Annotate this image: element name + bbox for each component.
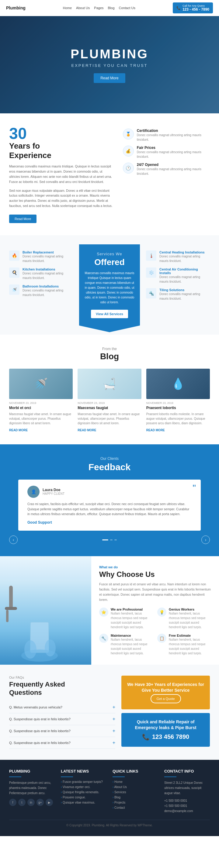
exp-read-more-btn[interactable]: Read More: [9, 215, 36, 223]
faq-plus-3[interactable]: +: [113, 740, 115, 746]
wf-title-0: We are Professional: [111, 608, 153, 611]
faq-plus-2[interactable]: +: [113, 728, 115, 734]
youtube-icon[interactable]: ▶: [46, 799, 53, 806]
footer-link-about[interactable]: About Us: [113, 785, 158, 789]
service-ac: ❄️ Central Air Conditioning Installs Don…: [146, 268, 210, 284]
footer-divider-2: [113, 777, 125, 777]
service-heating: 🌡️ Central Heating Installations Donec c…: [146, 250, 210, 263]
footer-news-1[interactable]: Vivamus egeter orci.: [61, 785, 106, 789]
twitter-icon[interactable]: t: [18, 799, 26, 806]
nav-contact[interactable]: Contact Us: [119, 6, 135, 10]
blog-title: Blog: [9, 352, 210, 361]
why-image: [0, 556, 91, 665]
facebook-icon[interactable]: f: [9, 799, 17, 806]
dot-2[interactable]: [114, 539, 117, 540]
nav-cta-label: Call for Any Query: [183, 4, 209, 7]
cta-phone: 📞 123 456 7890: [126, 733, 205, 741]
dot-0[interactable]: [102, 539, 108, 540]
blog-read-1[interactable]: READ MORE: [78, 429, 96, 432]
feature-title-2: 24/7 Opened: [137, 163, 210, 167]
blog-sub: From the: [9, 347, 210, 351]
footer-col-2: QUICK LINKS Home About Us Services Blog …: [113, 769, 158, 814]
feature-title-1: Fair Prices: [137, 146, 210, 150]
feedback-carousel: " 👤 Laura Doe HAPPY CLIENT Cras mi sapie…: [9, 479, 210, 544]
googleplus-icon[interactable]: g+: [36, 799, 44, 806]
next-arrow[interactable]: ›: [201, 535, 210, 544]
service-title-4: Central Air Conditioning Installs: [159, 268, 210, 275]
footer-link-projects[interactable]: Projects: [113, 801, 158, 804]
blog-img-0: 🚿: [9, 369, 73, 399]
nav-home[interactable]: Home: [63, 6, 72, 10]
cta-gold-card: We Have 30+ Years of Experiences for Giv…: [121, 676, 210, 709]
nav-pages[interactable]: Pages: [94, 6, 103, 10]
dot-1[interactable]: [110, 539, 113, 540]
hero-subtitle: EXPERTISE YOU CAN TRUST: [71, 63, 148, 68]
exp-text1: Maecenas convallis maximus mauris tristi…: [9, 164, 114, 184]
footer-news-0[interactable]: Fusce gravida semper turpis?: [61, 780, 106, 783]
footer-col-0: PLUMBING Pellentesque pretium orci arcu,…: [9, 769, 55, 814]
why-sub: What we do: [99, 565, 211, 569]
footer-address: Street 2 3LL2 Unique Donec ultrices male…: [164, 780, 210, 796]
footer-links-title: QUICK LINKS: [113, 769, 158, 773]
feedback-nav: ‹ ›: [9, 535, 210, 544]
services-left: 🔥 Boiler Replacement Donec convallis mag…: [0, 244, 79, 326]
footer-col-1: LATEST NEWS Fusce gravida semper turpis?…: [61, 769, 106, 814]
feedback-section: Our Clients Feedback " 👤 Laura Doe HAPPY…: [0, 444, 219, 556]
testimonial-text: Cras mi sapien, facilisis quis efficitur…: [27, 501, 192, 517]
water-visual: [0, 556, 91, 665]
footer-copyright: © Copyright 2019. Plumbing. All Rights R…: [9, 820, 210, 827]
linkedin-icon[interactable]: in: [27, 799, 35, 806]
services-sub: Services We: [97, 252, 122, 256]
navbar: Plumbing Home About Us Pages Blog Contac…: [0, 0, 219, 16]
blog-read-2[interactable]: READ MORE: [146, 429, 165, 432]
service-text-0: Donec convallis magnat arting mauris tin…: [23, 254, 73, 263]
footer-link-home[interactable]: Home: [113, 780, 158, 783]
wf-text-2: Nullam hendrerit, lacus rhoncus tempus s…: [111, 637, 153, 656]
svg-rect-2: [5, 607, 17, 610]
footer-link-services[interactable]: Services: [113, 790, 158, 794]
experience-right: 🏅 Certification Donec convallis magnat u…: [123, 126, 210, 223]
blog-section: From the Blog 🚿 NOVEMBER 23, 2019 Morbi …: [0, 335, 219, 444]
cta-gold-title: We Have 30+ Years of Experiences for Giv…: [126, 682, 205, 693]
feedback-sub: Our Clients: [9, 457, 210, 461]
hero-btn[interactable]: Read More: [94, 73, 125, 83]
service-kitchen: 🍳 Kitchen Installations Donec convallis …: [9, 268, 73, 280]
services-desc: Maecenas convallis maximus mauris tristi…: [84, 271, 135, 305]
footer-news-3[interactable]: Posuere congue.: [61, 796, 106, 799]
cta-blue-title: Quick and Reliable Repair of Emergency l…: [126, 719, 205, 731]
blog-card-0: 🚿 NOVEMBER 23, 2019 Morbi et orci Maecen…: [9, 369, 73, 432]
faq-item-2: Q. Suspendisse quis erat in felis lobort…: [9, 725, 115, 737]
nav-about[interactable]: About Us: [76, 6, 90, 10]
experience-section: 30 Years fo Experience Maecenas convalli…: [0, 113, 219, 235]
feedback-title: Feedback: [9, 462, 210, 472]
faq-plus-1[interactable]: +: [113, 716, 115, 722]
service-boiler: 🔥 Boiler Replacement Donec convallis mag…: [9, 250, 73, 263]
service-text-5: Donec convallis magnat arting mauris tin…: [159, 292, 210, 301]
faq-plus-0[interactable]: +: [113, 705, 115, 710]
ac-icon: ❄️: [146, 268, 156, 278]
blog-read-0[interactable]: READ MORE: [9, 429, 28, 432]
svg-point-6: [24, 640, 36, 659]
footer-news-2[interactable]: Quisque fringilla venenatis.: [61, 790, 106, 794]
footer-contact-title: CONTACT INFO: [164, 769, 210, 773]
faq-item-0: Q. Metus venenatis purus vehicula? +: [9, 702, 115, 713]
svg-rect-3: [6, 610, 8, 622]
service-title-5: Tiling Solutions: [159, 288, 210, 292]
why-feature-3: 📋 Free Estimate Nullam hendrerit, lacus …: [157, 634, 211, 656]
blog-post-title-1: Maecenas faugiat: [78, 406, 141, 410]
footer-link-contact[interactable]: Contact: [113, 806, 158, 809]
faq-title: Frequently Asked Questions: [9, 680, 115, 696]
heating-icon: 🌡️: [146, 250, 156, 261]
footer-news-4[interactable]: Quisque vitae maximus.: [61, 801, 106, 804]
footer-news-title: LATEST NEWS: [61, 769, 106, 773]
nav-blog[interactable]: Blog: [108, 6, 115, 10]
nav-cta[interactable]: 📞 Call for Any Query 123 - 456 - 7890: [173, 2, 213, 13]
prev-arrow[interactable]: ‹: [9, 535, 18, 544]
nav-links: Home About Us Pages Blog Contact Us: [63, 6, 135, 10]
footer-link-blog[interactable]: Blog: [113, 796, 158, 799]
feature-text-1: Donec convallis magnat ultrsceing arting…: [137, 150, 210, 159]
services-view-all-btn[interactable]: View All Services: [91, 310, 128, 318]
get-quote-btn[interactable]: Get a Quote: [150, 694, 181, 703]
services-section: 🔥 Boiler Replacement Donec convallis mag…: [0, 235, 219, 335]
nav-phone: 123 - 456 - 7890: [183, 7, 209, 11]
